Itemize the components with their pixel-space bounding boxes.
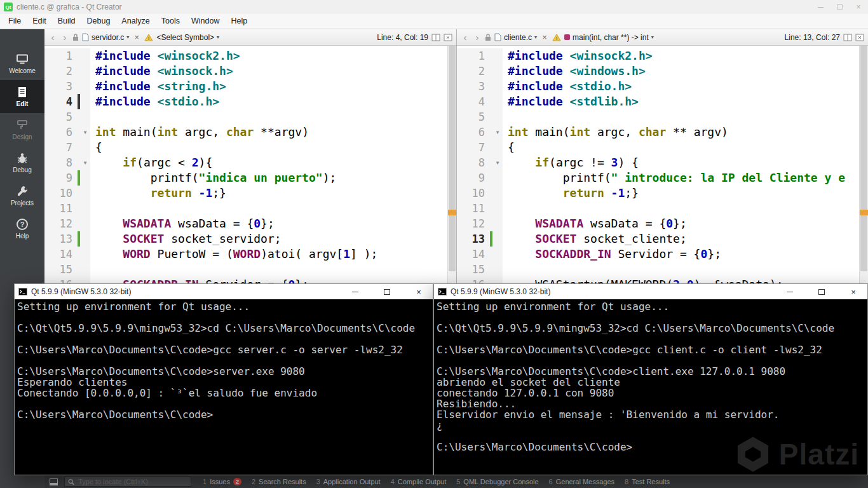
- output-pane-search-results[interactable]: 2Search Results: [247, 475, 311, 488]
- code-line[interactable]: 10 return -1;}: [44, 186, 456, 201]
- menu-window[interactable]: Window: [186, 14, 225, 29]
- fold-marker-icon[interactable]: ▾: [80, 125, 90, 140]
- line-number-gutter[interactable]: 2: [44, 64, 90, 79]
- terminal-output[interactable]: Setting up environment for Qt usage... C…: [15, 299, 433, 475]
- line-number-gutter[interactable]: 9: [457, 170, 503, 186]
- line-number-gutter[interactable]: 7: [457, 140, 503, 155]
- code-line[interactable]: 13 SOCKET socket_cliente;: [457, 231, 868, 247]
- line-number-gutter[interactable]: 15: [457, 262, 503, 277]
- code-line[interactable]: 5: [44, 109, 456, 125]
- line-number-gutter[interactable]: 1: [457, 48, 503, 64]
- code-line[interactable]: 4#include <stdlib.h>: [457, 94, 868, 109]
- minimize-icon[interactable]: [341, 284, 369, 299]
- code-line[interactable]: 7{: [457, 140, 868, 155]
- output-pane-qml-debugger-console[interactable]: 5QML Debugger Console: [451, 475, 543, 488]
- code-line[interactable]: 15: [44, 262, 456, 277]
- titlebar[interactable]: Qt cliente.c @ grafica - Qt Creator ×: [0, 0, 868, 14]
- forward-icon[interactable]: ›: [60, 32, 69, 43]
- code-line[interactable]: 2#include <windows.h>: [457, 64, 868, 79]
- close-document-icon[interactable]: ×: [132, 32, 141, 42]
- scrollbar-thumb[interactable]: [449, 46, 456, 271]
- console-titlebar[interactable]: Qt 5.9.9 (MinGW 5.3.0 32-bit) ×: [15, 284, 433, 299]
- line-number-gutter[interactable]: 3: [44, 79, 90, 94]
- menu-debug[interactable]: Debug: [81, 14, 116, 29]
- code-line[interactable]: 3#include <stdio.h>: [457, 79, 868, 94]
- line-number-gutter[interactable]: 1: [44, 48, 90, 64]
- menu-build[interactable]: Build: [52, 14, 81, 29]
- maximize-icon[interactable]: [808, 284, 836, 299]
- line-number-gutter[interactable]: 3: [457, 79, 503, 94]
- back-icon[interactable]: ‹: [48, 32, 57, 43]
- close-document-icon[interactable]: ×: [540, 32, 549, 42]
- line-number-gutter[interactable]: 5: [457, 109, 503, 125]
- scrollbar-thumb[interactable]: [860, 46, 867, 271]
- locator-field[interactable]: [64, 477, 191, 487]
- line-number-gutter[interactable]: 8▾: [457, 155, 503, 170]
- code-line[interactable]: 8▾ if(argc != 3) {: [457, 155, 868, 170]
- line-number-gutter[interactable]: 6▾: [44, 125, 90, 140]
- console-titlebar[interactable]: Qt 5.9.9 (MinGW 5.3.0 32-bit) ×: [434, 284, 867, 299]
- close-icon[interactable]: ×: [839, 284, 867, 299]
- code-line[interactable]: 12 WSADATA wsaData = {0};: [457, 216, 868, 231]
- line-number-gutter[interactable]: 12: [44, 216, 90, 231]
- line-number-gutter[interactable]: 5: [44, 109, 90, 125]
- line-number-gutter[interactable]: 11: [44, 201, 90, 216]
- close-icon[interactable]: ×: [405, 284, 433, 299]
- line-number-gutter[interactable]: 12: [457, 216, 503, 231]
- warning-icon[interactable]: !: [144, 34, 153, 41]
- code-line[interactable]: 9 printf("indica un puerto");: [44, 170, 456, 186]
- output-pane-issues[interactable]: 1Issues2: [198, 475, 247, 488]
- split-icon[interactable]: [843, 34, 852, 41]
- code-line[interactable]: 10 return -1;}: [457, 186, 868, 201]
- code-line[interactable]: 2#include <winsock.h>: [44, 64, 456, 79]
- fold-marker-icon[interactable]: ▾: [492, 155, 503, 170]
- warning-icon[interactable]: !: [552, 34, 561, 41]
- line-number-gutter[interactable]: 4: [44, 94, 90, 109]
- line-number-gutter[interactable]: 13: [457, 231, 503, 247]
- code-line[interactable]: 3#include <string.h>: [44, 79, 456, 94]
- line-number-gutter[interactable]: 8▾: [44, 155, 90, 170]
- line-number-gutter[interactable]: 2: [457, 64, 503, 79]
- line-number-gutter[interactable]: 14: [457, 247, 503, 262]
- menu-help[interactable]: Help: [225, 14, 253, 29]
- sidebar-item-help[interactable]: ?Help: [0, 212, 44, 245]
- close-icon[interactable]: ×: [849, 0, 868, 14]
- locator-input[interactable]: [77, 477, 187, 486]
- code-line[interactable]: 14 SOCKADDR_IN Servidor = {0};: [457, 247, 868, 262]
- output-pane-compile-output[interactable]: 4Compile Output: [386, 475, 452, 488]
- forward-icon[interactable]: ›: [473, 32, 482, 43]
- minimize-icon[interactable]: [811, 0, 830, 14]
- line-number-gutter[interactable]: 7: [44, 140, 90, 155]
- code-line[interactable]: 1#include <winsock2.h>: [44, 48, 456, 64]
- line-number-gutter[interactable]: 14: [44, 247, 90, 262]
- code-line[interactable]: 12 WSADATA wsaData = {0};: [44, 216, 456, 231]
- line-number-gutter[interactable]: 4: [457, 94, 503, 109]
- code-line[interactable]: 7{: [44, 140, 456, 155]
- document-dropdown[interactable]: servidor.c ▾: [82, 33, 129, 42]
- sidebar-item-debug[interactable]: Debug: [0, 146, 44, 179]
- sidebar-item-edit[interactable]: Edit: [0, 80, 44, 113]
- maximize-icon[interactable]: [830, 0, 849, 14]
- back-icon[interactable]: ‹: [461, 32, 470, 43]
- line-number-gutter[interactable]: 10: [457, 186, 503, 201]
- code-line[interactable]: 6▾int main(int argc, char **argv): [44, 125, 456, 140]
- code-line[interactable]: 6▾int main(int argc, char ** argv): [457, 125, 868, 140]
- line-number-gutter[interactable]: 10: [44, 186, 90, 201]
- fold-marker-icon[interactable]: ▾: [492, 125, 503, 140]
- symbol-dropdown[interactable]: main(int, char **) -> int ▾: [564, 33, 654, 42]
- code-line[interactable]: 14 WORD PuertoW = (WORD)atoi( argv[1] );: [44, 247, 456, 262]
- code-line[interactable]: 11: [457, 201, 868, 216]
- minimize-icon[interactable]: [776, 284, 804, 299]
- code-line[interactable]: 4#include <stdio.h>: [44, 94, 456, 109]
- code-line[interactable]: 1#include <winsock2.h>: [457, 48, 868, 64]
- code-line[interactable]: 8▾ if(argc < 2){: [44, 155, 456, 170]
- split-icon[interactable]: [431, 34, 440, 41]
- maximize-icon[interactable]: [373, 284, 401, 299]
- close-split-icon[interactable]: [444, 34, 452, 41]
- line-number-gutter[interactable]: 15: [44, 262, 90, 277]
- menu-edit[interactable]: Edit: [27, 14, 52, 29]
- line-number-gutter[interactable]: 6▾: [457, 125, 503, 140]
- sidebar-item-welcome[interactable]: Welcome: [0, 47, 44, 80]
- output-panes-toggle-icon[interactable]: [50, 478, 58, 485]
- code-line[interactable]: 15: [457, 262, 868, 277]
